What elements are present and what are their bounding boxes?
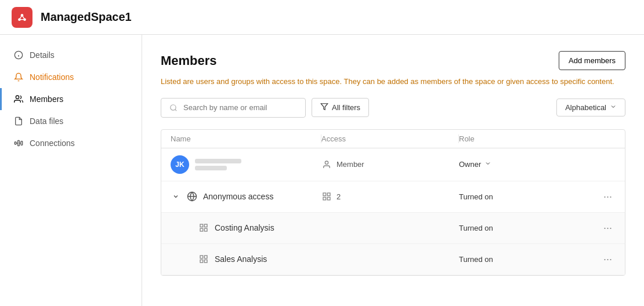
app-logo (12, 7, 32, 28)
costing-role-cell: Turned on (459, 224, 587, 232)
user-access-label: Member (337, 160, 364, 169)
svg-line-16 (175, 109, 177, 111)
sidebar-item-connections-label: Connections (30, 139, 75, 148)
costing-name-label: Costing Analysis (215, 223, 274, 232)
col-name: Name (171, 134, 321, 143)
members-description: Listed are users and groups with access … (161, 76, 625, 88)
user-name-cell: JK (171, 155, 321, 174)
members-table: Name Access Role JK (161, 129, 625, 276)
col-actions (587, 134, 616, 143)
file-icon (13, 116, 24, 126)
svg-rect-23 (323, 197, 326, 200)
svg-rect-24 (327, 197, 330, 200)
user-role-label: Owner (459, 160, 481, 169)
sidebar-item-connections[interactable]: Connections (0, 132, 142, 154)
filter-button[interactable]: All filters (312, 98, 369, 117)
sidebar-item-details[interactable]: Details (0, 44, 142, 66)
svg-rect-22 (327, 193, 330, 196)
svg-rect-26 (204, 224, 207, 227)
search-input[interactable] (183, 103, 298, 112)
app-header: ManagedSpace1 (0, 0, 644, 35)
members-header: Members Add members (161, 51, 625, 70)
search-icon (168, 103, 179, 113)
content-icon (198, 254, 209, 264)
sidebar-item-data-files-label: Data files (30, 116, 63, 126)
expand-button[interactable] (171, 191, 181, 202)
search-box[interactable] (161, 98, 306, 118)
svg-rect-21 (323, 193, 326, 196)
redacted-email-line (195, 166, 227, 170)
sales-role-label: Turned on (459, 255, 493, 264)
anonymous-role-label: Turned on (459, 192, 493, 201)
sidebar: Details Notifications Members (0, 35, 142, 306)
more-options-button[interactable]: ··· (600, 188, 616, 205)
svg-rect-28 (204, 228, 207, 231)
sales-role-cell: Turned on (459, 255, 587, 264)
main-content: Members Add members Listed are users and… (142, 35, 644, 306)
app-title: ManagedSpace1 (41, 10, 132, 24)
sidebar-item-members[interactable]: Members (0, 88, 142, 110)
sidebar-item-data-files[interactable]: Data files (0, 110, 142, 132)
bell-icon (13, 72, 24, 82)
avatar: JK (171, 155, 189, 174)
connection-icon (13, 138, 24, 148)
sales-name-label: Sales Analysis (215, 254, 267, 264)
member-icon (321, 159, 332, 170)
svg-rect-30 (204, 256, 207, 258)
sort-button[interactable]: Alphabetical (556, 99, 625, 116)
anonymous-access-cell: 2 (321, 191, 459, 202)
svg-rect-31 (200, 260, 203, 263)
redacted-name-line (195, 159, 241, 163)
add-members-button[interactable]: Add members (559, 51, 625, 70)
sidebar-item-notifications[interactable]: Notifications (0, 66, 142, 88)
logo-icon (16, 11, 28, 24)
svg-rect-25 (200, 224, 203, 227)
sidebar-item-details-label: Details (30, 50, 55, 60)
content-icon (321, 191, 332, 202)
sidebar-item-members-label: Members (30, 94, 63, 104)
user-name-redacted (195, 159, 241, 170)
anonymous-access-count: 2 (337, 192, 341, 201)
col-access: Access (321, 134, 459, 143)
svg-rect-29 (200, 256, 203, 258)
table-row: Sales Analysis Turned on ··· (161, 244, 625, 275)
table-row: JK Member Owner (161, 148, 625, 181)
svg-line-4 (22, 15, 25, 19)
people-icon (13, 94, 24, 104)
anonymous-actions-cell[interactable]: ··· (587, 188, 616, 205)
sidebar-item-notifications-label: Notifications (30, 72, 74, 82)
table-header: Name Access Role (161, 130, 625, 148)
svg-line-3 (19, 15, 22, 19)
filter-label: All filters (332, 103, 360, 112)
info-icon (13, 50, 24, 60)
svg-rect-12 (21, 141, 23, 145)
user-role-cell: Owner (459, 160, 587, 169)
anonymous-name-label: Anonymous access (203, 192, 273, 201)
col-role: Role (459, 134, 587, 143)
more-options-button[interactable]: ··· (600, 220, 616, 236)
svg-rect-32 (204, 260, 207, 263)
chevron-down-icon (610, 103, 617, 112)
sales-actions-cell[interactable]: ··· (587, 251, 616, 268)
filter-icon (320, 103, 328, 112)
costing-role-label: Turned on (459, 224, 493, 232)
members-title: Members (161, 53, 217, 68)
content-icon (198, 223, 209, 233)
sales-name-cell: Sales Analysis (171, 254, 321, 264)
sort-label: Alphabetical (565, 103, 606, 112)
main-layout: Details Notifications Members (0, 35, 644, 306)
svg-marker-17 (321, 104, 328, 110)
svg-point-9 (16, 96, 19, 99)
costing-actions-cell[interactable]: ··· (587, 220, 616, 236)
more-options-button[interactable]: ··· (600, 251, 616, 268)
user-access-cell: Member (321, 159, 459, 170)
anonymous-role-cell: Turned on (459, 192, 587, 201)
svg-point-18 (325, 161, 328, 164)
table-row: Costing Analysis Turned on ··· (161, 213, 625, 244)
chevron-down-icon[interactable] (484, 160, 491, 169)
svg-rect-11 (18, 140, 20, 145)
svg-rect-10 (15, 142, 16, 144)
svg-rect-27 (200, 228, 203, 231)
anonymous-name-cell: Anonymous access (171, 191, 321, 202)
globe-icon (187, 191, 197, 202)
